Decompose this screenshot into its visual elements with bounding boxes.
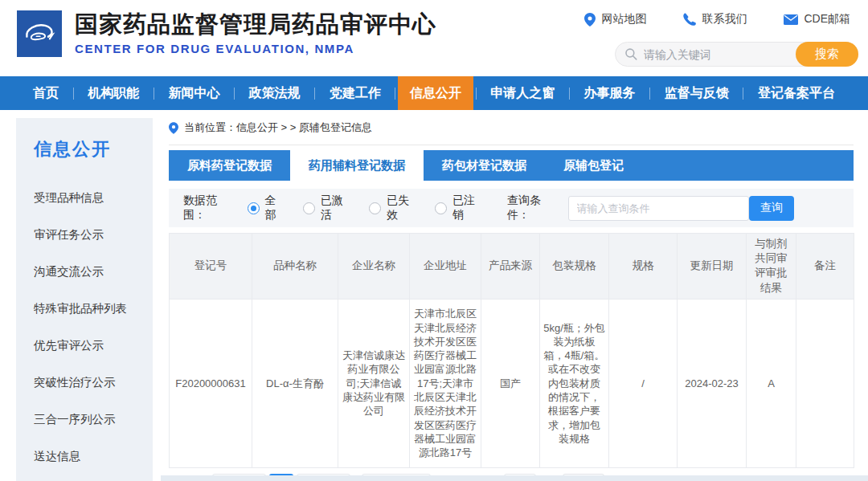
location-pin-icon — [584, 13, 596, 26]
col-remarks: 备注 — [796, 234, 854, 300]
nav-item-policies[interactable]: 政策法规 — [237, 76, 313, 110]
radio-unselected-icon — [303, 202, 315, 214]
radio-cancelled-label: 已注销 — [452, 194, 481, 222]
nav-divider — [234, 88, 235, 100]
cell-joint-review-result: A — [747, 299, 796, 467]
mail-icon — [784, 14, 798, 25]
data-range-label: 数据范围： — [183, 194, 235, 222]
nav-divider — [154, 88, 154, 100]
cell-company-name: 天津信诚康达药业有限公司;天津信诚康达药业有限公司 — [338, 299, 410, 467]
radio-expired-label: 已失效 — [387, 194, 416, 222]
sitemap-link[interactable]: 网站地图 — [584, 12, 646, 26]
sidebar-item-common-questions[interactable]: 共性问题 — [34, 475, 153, 481]
radio-expired[interactable]: 已失效 — [369, 194, 416, 222]
radio-activated[interactable]: 已激活 — [303, 194, 350, 222]
nav-divider — [569, 88, 570, 100]
radio-unselected-icon — [369, 202, 381, 214]
col-update-date: 更新日期 — [678, 234, 747, 300]
col-registration-no: 登记号 — [170, 234, 252, 300]
nav-item-applicant[interactable]: 申请人之窗 — [478, 76, 567, 110]
breadcrumb: 当前位置：信息公开 > > 原辅包登记信息 — [169, 120, 854, 145]
search-input[interactable] — [637, 43, 796, 66]
quick-links: 网站地图 联系我们 CDE邮箱 — [584, 12, 850, 26]
cell-packaging-spec: 5kg/瓶；外包装为纸板箱，4瓶/箱。或在不改变内包装材质的情况下，根据客户要求… — [540, 299, 609, 467]
main-content: 当前位置：信息公开 > > 原辅包登记信息 原料药登记数据 药用辅料登记数据 药… — [169, 120, 854, 481]
nav-item-home[interactable]: 首页 — [21, 76, 71, 110]
table-header-row: 登记号 品种名称 企业名称 企业地址 产品来源 包装规格 规格 更新日期 与制剂… — [170, 234, 854, 300]
sidebar-item-review-tasks[interactable]: 审评任务公示 — [34, 216, 153, 253]
tab-packaging-registration[interactable]: 药包材登记数据 — [424, 150, 545, 181]
tab-excipient-registration[interactable]: 药用辅料登记数据 — [290, 150, 424, 181]
sidebar-item-special-approval[interactable]: 特殊审批品种列表 — [34, 290, 153, 327]
cde-logo-icon — [22, 16, 57, 51]
contact-link[interactable]: 联系我们 — [683, 12, 747, 26]
nav-item-registration-platform[interactable]: 登记备案平台 — [746, 76, 847, 110]
cell-product-origin: 国产 — [481, 299, 540, 467]
col-spec: 规格 — [609, 234, 678, 300]
nav-divider — [743, 88, 743, 100]
site-header: 国家药品监督管理局药品审评中心 CENTER FOR DRUG EVALUATI… — [0, 0, 868, 76]
search-icon — [625, 48, 637, 60]
brand-block: 国家药品监督管理局药品审评中心 CENTER FOR DRUG EVALUATI… — [75, 12, 436, 55]
phone-icon — [683, 13, 696, 26]
radio-cancelled[interactable]: 已注销 — [435, 194, 481, 222]
sidebar-item-priority-review[interactable]: 优先审评公示 — [34, 327, 153, 364]
nav-item-supervision[interactable]: 监督与反馈 — [653, 76, 741, 110]
sidebar-title: 信息公开 — [34, 137, 153, 161]
query-condition-label: 查询条件： — [507, 194, 559, 222]
col-packaging-spec: 包装规格 — [540, 234, 609, 300]
cell-update-date: 2024-02-23 — [678, 299, 747, 467]
breadcrumb-pin-icon — [169, 122, 178, 134]
sidebar-item-three-in-one[interactable]: 三合一序列公示 — [34, 401, 153, 438]
tab-api-registration[interactable]: 原料药登记数据 — [169, 150, 290, 181]
cde-logo — [17, 10, 62, 57]
contact-label: 联系我们 — [702, 12, 747, 26]
nav-item-services[interactable]: 办事服务 — [572, 76, 648, 110]
col-company-address: 企业地址 — [410, 234, 481, 300]
nav-item-party[interactable]: 党建工作 — [317, 76, 393, 110]
nav-divider — [649, 88, 650, 100]
col-variety-name: 品种名称 — [252, 234, 338, 300]
radio-all[interactable]: 全部 — [248, 194, 284, 222]
sidebar-item-breakthrough-therapy[interactable]: 突破性治疗公示 — [34, 364, 153, 401]
footer-strip — [161, 475, 868, 481]
sitemap-label: 网站地图 — [601, 12, 646, 26]
main-nav: 首页 机构职能 新闻中心 政策法规 党建工作 信息公开 申请人之窗 办事服务 监… — [0, 76, 868, 110]
cell-registration-no: F20200000631 — [170, 299, 252, 467]
sidebar-item-communication[interactable]: 沟通交流公示 — [34, 253, 153, 290]
sidebar-item-accepted-varieties[interactable]: 受理品种信息 — [34, 179, 153, 216]
nav-item-info-disclosure[interactable]: 信息公开 — [398, 76, 473, 110]
cell-company-address: 天津市北辰区天津北辰经济技术开发区医药医疗器械工业园富源北路17号;天津市北辰区… — [410, 299, 481, 467]
radio-all-label: 全部 — [265, 194, 284, 222]
table-row: F20200000631 DL-α-生育酚 天津信诚康达药业有限公司;天津信诚康… — [170, 299, 854, 467]
col-joint-review-result: 与制剂共同审评审批结果 — [747, 234, 796, 300]
tab-apief-registration[interactable]: 原辅包登记 — [545, 150, 642, 181]
col-product-origin: 产品来源 — [481, 234, 540, 300]
nav-divider — [395, 88, 395, 100]
radio-activated-label: 已激活 — [321, 194, 350, 222]
col-company-name: 企业名称 — [338, 234, 410, 300]
cell-remarks — [796, 299, 854, 467]
site-subtitle: CENTER FOR DRUG EVALUATION, NMPA — [75, 42, 436, 55]
radio-selected-icon — [248, 202, 260, 214]
registration-table: 登记号 品种名称 企业名称 企业地址 产品来源 包装规格 规格 更新日期 与制剂… — [169, 233, 854, 468]
query-button[interactable]: 查询 — [749, 196, 794, 221]
tab-bar: 原料药登记数据 药用辅料登记数据 药包材登记数据 原辅包登记 — [169, 150, 854, 181]
nav-divider — [314, 88, 315, 100]
breadcrumb-text: 当前位置：信息公开 > > 原辅包登记信息 — [184, 120, 372, 135]
nav-item-functions[interactable]: 机构职能 — [76, 76, 151, 110]
nav-item-news[interactable]: 新闻中心 — [156, 76, 231, 110]
sidebar: 信息公开 受理品种信息 审评任务公示 沟通交流公示 特殊审批品种列表 优先审评公… — [16, 118, 153, 481]
query-condition-input[interactable] — [568, 196, 749, 221]
radio-unselected-icon — [435, 202, 447, 214]
sidebar-item-delivery-info[interactable]: 送达信息 — [34, 438, 153, 475]
site-title: 国家药品监督管理局药品审评中心 — [75, 12, 436, 38]
page: 国家药品监督管理局药品审评中心 CENTER FOR DRUG EVALUATI… — [0, 0, 868, 481]
cell-spec: / — [609, 299, 678, 467]
mail-label: CDE邮箱 — [804, 12, 850, 26]
search-button[interactable]: 搜索 — [796, 42, 858, 67]
site-search: 搜索 — [615, 42, 858, 67]
nav-divider — [476, 88, 477, 100]
mail-link[interactable]: CDE邮箱 — [784, 12, 850, 26]
cell-variety-name: DL-α-生育酚 — [252, 299, 338, 467]
